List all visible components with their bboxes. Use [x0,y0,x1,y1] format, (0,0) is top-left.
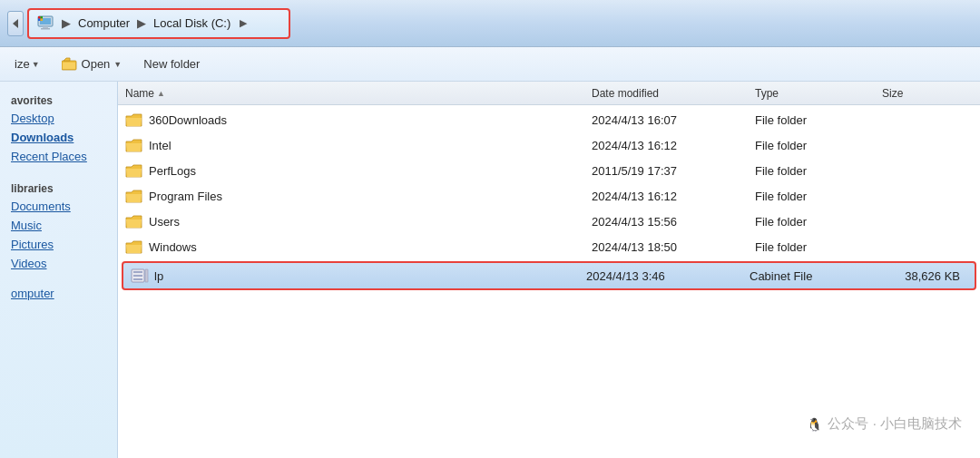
address-localdisk: Local Disk (C:) [153,16,230,30]
table-row[interactable]: Intel 2024/4/13 16:12 File folder [118,132,980,158]
main-layout: avorites Desktop Downloads Recent Places… [0,82,980,458]
folder-icon [125,163,143,179]
file-list: 360Downloads 2024/4/13 16:07 File folder… [118,105,980,294]
table-row-selected[interactable]: lp 2024/4/13 3:46 Cabinet File 38,626 KB [123,263,975,288]
col-date-modified[interactable]: Date modified [592,87,755,100]
sidebar-item-recent-places[interactable]: Recent Places [0,147,117,166]
svg-rect-13 [133,271,142,273]
folder-icon [125,112,143,128]
sidebar-item-computer[interactable]: omputer [0,284,117,303]
cabinet-icon [131,268,149,284]
sidebar-section-favorites: avorites [0,89,117,109]
folder-icon [125,189,143,204]
col-size[interactable]: Size [882,87,973,100]
folder-icon [125,239,143,255]
table-row[interactable]: PerfLogs 2011/5/19 17:37 File folder [118,158,980,183]
size-label: ize [15,57,30,71]
svg-rect-9 [41,18,44,21]
address-sep-1: ▶ [62,16,71,30]
file-name-cell: Windows [125,239,592,255]
address-bar[interactable]: ▶ Computer ▶ Local Disk (C:) ▶ [27,8,290,39]
toolbar: ize ▼ Open ▼ New folder [0,47,980,82]
open-button[interactable]: Open ▼ [56,54,128,74]
open-arrow: ▼ [113,60,122,69]
svg-rect-14 [133,275,142,277]
address-computer: Computer [78,16,130,30]
content-area: Name ▲ Date modified Type Size [118,82,980,458]
watermark-text: 公众号 · 小白电脑技术 [828,415,962,433]
file-name-cell: Program Files [125,189,592,204]
folder-icon [125,214,143,229]
size-arrow: ▼ [32,60,40,69]
svg-rect-8 [38,18,41,21]
watermark: 🐧 公众号 · 小白电脑技术 [807,415,962,433]
sidebar-item-desktop[interactable]: Desktop [0,109,117,128]
sidebar-item-pictures[interactable]: Pictures [0,235,117,254]
svg-rect-6 [38,16,41,19]
watermark-icon: 🐧 [807,417,822,432]
new-folder-label: New folder [143,57,200,71]
table-row[interactable]: 360Downloads 2024/4/13 16:07 File folder [118,107,980,132]
svg-rect-4 [41,28,50,30]
table-row[interactable]: Users 2024/4/13 15:56 File folder [118,209,980,234]
table-row[interactable]: Windows 2024/4/13 18:50 File folder [118,234,980,259]
file-name-cell: Intel [125,138,592,153]
table-row[interactable]: Program Files 2024/4/13 16:12 File folde… [118,183,980,209]
address-chevron: ▶ [240,17,247,29]
svg-rect-16 [145,269,148,282]
file-name-cell: lp [131,268,586,284]
col-name[interactable]: Name ▲ [125,87,592,100]
size-button[interactable]: ize ▼ [9,54,45,73]
address-sep-2: ▶ [137,16,146,30]
sidebar-section-libraries: libraries [0,177,117,197]
sidebar-item-documents[interactable]: Documents [0,197,117,216]
folder-icon [125,138,143,153]
open-label: Open [82,57,111,71]
nav-back-button[interactable] [7,11,24,36]
sidebar-item-downloads[interactable]: Downloads [0,128,117,147]
svg-rect-11 [63,63,75,69]
sort-arrow: ▲ [157,89,165,98]
computer-icon [36,15,54,33]
open-icon [62,57,78,72]
svg-marker-0 [13,19,18,28]
file-name-cell: Users [125,214,592,229]
column-headers: Name ▲ Date modified Type Size [118,82,980,105]
address-bar-container: ▶ Computer ▶ Local Disk (C:) ▶ [0,0,980,47]
new-folder-button[interactable]: New folder [138,54,205,73]
svg-rect-7 [41,16,44,19]
file-name-cell: 360Downloads [125,112,592,128]
col-type[interactable]: Type [755,87,882,100]
svg-rect-15 [133,278,142,280]
sidebar: avorites Desktop Downloads Recent Places… [0,82,118,458]
svg-rect-3 [43,26,48,28]
sidebar-item-music[interactable]: Music [0,216,117,235]
sidebar-item-videos[interactable]: Videos [0,254,117,273]
file-name-cell: PerfLogs [125,163,592,179]
